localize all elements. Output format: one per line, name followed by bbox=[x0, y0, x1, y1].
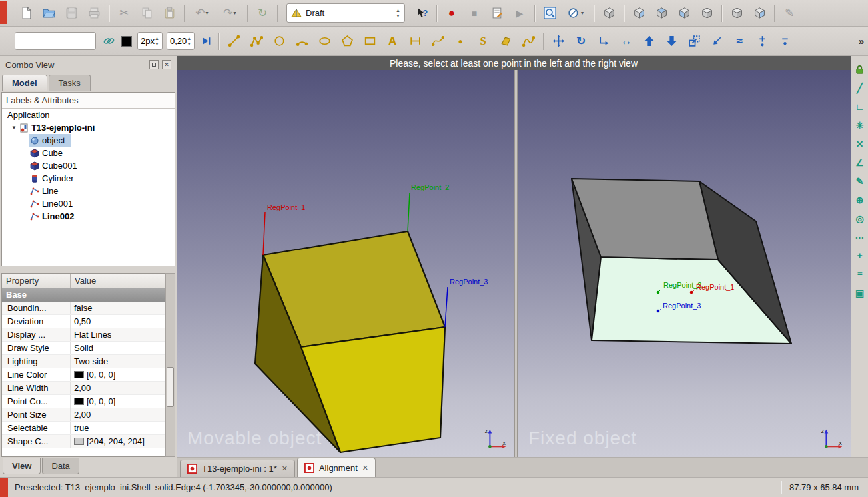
property-row[interactable]: LightingTwo side bbox=[2, 355, 165, 368]
property-row[interactable]: Point Size2,00 bbox=[2, 408, 165, 422]
tab-close-button[interactable]: ✕ bbox=[362, 464, 368, 472]
float-panel-button[interactable] bbox=[149, 60, 159, 69]
save-button[interactable] bbox=[60, 3, 83, 24]
undo-button[interactable]: ↶▾ bbox=[188, 3, 216, 24]
workbench-spinner[interactable]: ▲▼ bbox=[396, 8, 400, 18]
redo-button[interactable]: ↷▾ bbox=[216, 3, 244, 24]
measure-linear-button[interactable]: ╱ bbox=[852, 80, 868, 96]
close-panel-button[interactable]: ✕ bbox=[162, 60, 171, 69]
property-row[interactable]: Point Co... [0, 0, 0] bbox=[2, 395, 165, 408]
tab-data[interactable]: Data bbox=[42, 458, 79, 474]
tree-row-document[interactable]: ▼ T13-ejemplo-ini bbox=[2, 121, 175, 134]
expander-icon[interactable]: ▼ bbox=[11, 125, 17, 131]
rear-view-button[interactable] bbox=[695, 3, 718, 24]
left-view-button[interactable] bbox=[748, 3, 771, 24]
right-view-button[interactable] bbox=[673, 3, 695, 24]
measure-angle-button[interactable]: ∠ bbox=[852, 155, 868, 171]
line-width-combo[interactable]: 2px ▲▼ bbox=[137, 32, 163, 50]
draft-ellipse-button[interactable] bbox=[313, 31, 336, 52]
whats-this-button[interactable]: ? bbox=[410, 3, 433, 24]
draft-link-button[interactable] bbox=[99, 31, 118, 52]
draft-delpoint-button[interactable] bbox=[773, 31, 796, 52]
paste-button[interactable] bbox=[158, 3, 181, 24]
copy-button[interactable] bbox=[135, 3, 158, 24]
add-measure-button[interactable]: + bbox=[852, 248, 868, 264]
draft-shape2dview-button[interactable] bbox=[705, 31, 728, 52]
open-document-button[interactable] bbox=[37, 3, 60, 24]
redo-dropdown-icon[interactable]: ▾ bbox=[234, 10, 236, 16]
draft-shapestring-button[interactable]: S bbox=[472, 31, 494, 52]
draft-arc-button[interactable] bbox=[290, 31, 313, 52]
tab-tasks[interactable]: Tasks bbox=[49, 75, 91, 91]
tab-close-button[interactable]: ✕ bbox=[282, 464, 288, 473]
scale-spinbox[interactable]: 0,20 ▲▼ bbox=[167, 32, 195, 50]
draft-rectangle-button[interactable] bbox=[358, 31, 381, 52]
fixed-object-scene[interactable]: RegPoint_2 RegPoint_1 RegPoint_3 bbox=[518, 70, 851, 457]
property-row[interactable]: Selectabletrue bbox=[2, 422, 165, 435]
draft-line-button[interactable] bbox=[222, 31, 245, 52]
draft-scale-button[interactable] bbox=[683, 31, 705, 52]
draft-upgrade-button[interactable] bbox=[638, 31, 660, 52]
center-button[interactable]: ◎ bbox=[852, 211, 868, 227]
tree-row-object[interactable]: object bbox=[2, 134, 175, 147]
tree-row-cylinder[interactable]: Cylinder bbox=[2, 172, 175, 185]
measure-refresh-button[interactable]: ✳ bbox=[852, 117, 868, 133]
draw-style-dropdown-icon[interactable]: ▾ bbox=[581, 10, 584, 16]
property-row[interactable]: Deviation0,50 bbox=[2, 315, 165, 328]
front-view-button[interactable] bbox=[628, 3, 650, 24]
draft-facebinder-button[interactable] bbox=[494, 31, 517, 52]
top-view-button[interactable] bbox=[650, 3, 673, 24]
new-document-button[interactable] bbox=[15, 3, 37, 24]
draft-wire-button[interactable] bbox=[245, 31, 268, 52]
property-row[interactable]: Shape C... [204, 204, 204] bbox=[2, 435, 165, 448]
draft-circle-button[interactable] bbox=[268, 31, 290, 52]
property-scrollbar[interactable] bbox=[165, 273, 175, 457]
tree-row-application[interactable]: Application bbox=[2, 109, 175, 121]
draft-trim-button[interactable]: ↔ bbox=[615, 31, 638, 52]
line-width-spinner[interactable]: ▲▼ bbox=[155, 36, 159, 46]
edit-lock-button[interactable] bbox=[852, 61, 868, 77]
workbench-selector[interactable]: Draft ▲▼ bbox=[286, 3, 405, 23]
toolbar-overflow-button[interactable]: » bbox=[859, 35, 864, 47]
cut-button[interactable]: ✂ bbox=[113, 3, 135, 24]
annotate-button[interactable]: ✎ bbox=[852, 173, 868, 189]
tree-row-line002[interactable]: Line002 bbox=[2, 210, 175, 223]
property-row[interactable]: Line Width2,00 bbox=[2, 382, 165, 395]
draft-command-input[interactable] bbox=[15, 32, 96, 50]
axis-button[interactable]: ⊕ bbox=[852, 192, 868, 208]
print-button[interactable] bbox=[83, 3, 105, 24]
movable-object-view[interactable]: RegPoint_1 RegPoint_2 RegPoint_3 Movable… bbox=[177, 70, 514, 457]
draft-addpoint-button[interactable] bbox=[751, 31, 773, 52]
macro-edit-button[interactable] bbox=[486, 3, 508, 24]
tab-document-3dview[interactable]: T13-ejemplo-ini : 1* ✕ bbox=[180, 460, 295, 477]
tab-alignment[interactable]: Alignment ✕ bbox=[297, 458, 376, 477]
grid-button[interactable]: ▣ bbox=[852, 285, 868, 301]
draft-polygon-button[interactable] bbox=[336, 31, 358, 52]
draft-apply-button[interactable] bbox=[197, 31, 215, 52]
macro-record-button[interactable]: ● bbox=[440, 3, 463, 24]
draft-text-button[interactable]: A bbox=[381, 31, 404, 52]
undo-dropdown-icon[interactable]: ▾ bbox=[206, 10, 209, 16]
movable-object-scene[interactable]: RegPoint_1 RegPoint_2 RegPoint_3 bbox=[177, 70, 514, 457]
tab-view[interactable]: View bbox=[3, 458, 41, 474]
tree-row-cube001[interactable]: Cube001 bbox=[2, 159, 175, 172]
tree-row-line001[interactable]: Line001 bbox=[2, 197, 175, 210]
steps-button[interactable]: ≡ bbox=[852, 266, 868, 282]
tree-row-line[interactable]: Line bbox=[2, 185, 175, 197]
fit-all-button[interactable] bbox=[538, 3, 561, 24]
draft-dimension-button[interactable] bbox=[404, 31, 426, 52]
draft-rotate-button[interactable]: ↻ bbox=[570, 31, 592, 52]
scale-spinner[interactable]: ▲▼ bbox=[187, 36, 191, 46]
draft-move-button[interactable] bbox=[547, 31, 570, 52]
draft-offset-button[interactable] bbox=[592, 31, 615, 52]
draft-downgrade-button[interactable] bbox=[660, 31, 683, 52]
draft-point-button[interactable]: ● bbox=[449, 31, 472, 52]
property-row[interactable]: Display ...Flat Lines bbox=[2, 328, 165, 342]
macro-play-button[interactable]: ▶ bbox=[508, 3, 531, 24]
draw-style-button[interactable]: ▾ bbox=[561, 3, 590, 24]
draft-wire2bspline-button[interactable]: ≈ bbox=[728, 31, 751, 52]
measure-distance-button[interactable]: ✎ bbox=[778, 3, 801, 24]
fixed-object-view[interactable]: RegPoint_2 RegPoint_1 RegPoint_3 Fixed o… bbox=[518, 70, 851, 457]
draft-bezier-button[interactable] bbox=[517, 31, 540, 52]
macro-stop-button[interactable]: ■ bbox=[463, 3, 486, 24]
